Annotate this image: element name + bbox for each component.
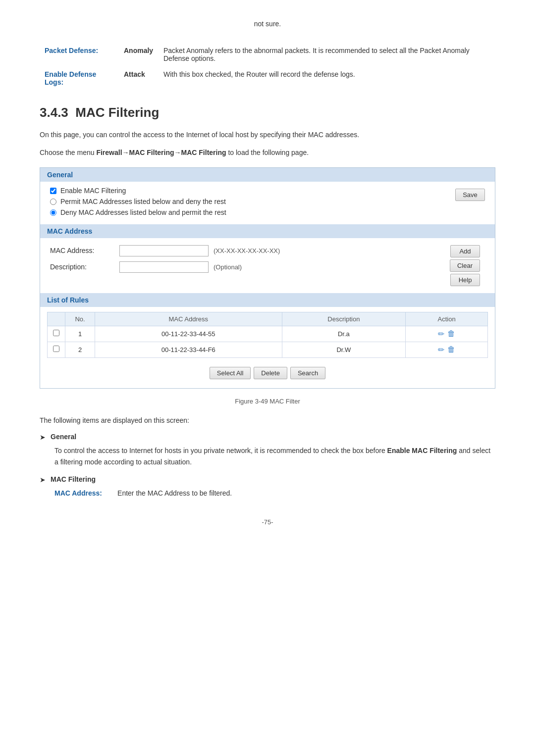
description-row: Description: (Optional) bbox=[50, 261, 450, 273]
row2-mac: 00-11-22-33-44-F6 bbox=[95, 342, 282, 357]
permit-radio-row: Permit MAC Addresses listed below and de… bbox=[50, 198, 455, 205]
bullet-arrow-mac: ➤ bbox=[40, 476, 46, 484]
help-button[interactable]: Help bbox=[450, 274, 480, 286]
mac-address-header: MAC Address bbox=[40, 224, 495, 238]
add-button[interactable]: Add bbox=[450, 245, 480, 257]
desc-packet-defense: Packet Anomaly refers to the abnormal pa… bbox=[159, 43, 495, 66]
row1-actions: ✏ 🗑 bbox=[411, 329, 482, 339]
mac-filter-widget: General Enable MAC Filtering Permit MAC … bbox=[40, 167, 495, 389]
table-row: 1 00-11-22-33-44-55 Dr.a ✏ 🗑 bbox=[48, 326, 488, 342]
table-row: 2 00-11-22-33-44-F6 Dr.W ✏ 🗑 bbox=[48, 342, 488, 357]
col-description: Description bbox=[282, 312, 406, 326]
deny-radio[interactable] bbox=[50, 209, 56, 216]
section-title: 3.4.3 MAC Filtering bbox=[40, 105, 495, 120]
search-button[interactable]: Search bbox=[290, 367, 325, 379]
mac-address-term: MAC Address: bbox=[54, 489, 102, 497]
mac-address-input[interactable] bbox=[119, 245, 209, 256]
bullet-arrow-general: ➤ bbox=[40, 433, 46, 441]
permit-label: Permit MAC Addresses listed below and de… bbox=[60, 198, 226, 205]
menu-instruction: Choose the menu Firewall→MAC Filtering→M… bbox=[40, 147, 495, 158]
row2-delete-icon[interactable]: 🗑 bbox=[447, 345, 455, 354]
mac-address-section: MAC Address: (XX-XX-XX-XX-XX-XX) Descrip… bbox=[40, 238, 495, 293]
info-table: Packet Defense: Anomaly Packet Anomaly r… bbox=[40, 43, 495, 90]
mac-address-label: MAC Address: bbox=[50, 247, 119, 254]
bullet-content-mac: MAC Address: Enter the MAC Address to be… bbox=[40, 488, 495, 499]
delete-button[interactable]: Delete bbox=[254, 367, 287, 379]
enable-mac-row: Enable MAC Filtering bbox=[50, 187, 455, 195]
list-of-rules-header: List of Rules bbox=[40, 293, 495, 307]
rules-table: No. MAC Address Description Action 1 00-… bbox=[47, 312, 488, 358]
col-action: Action bbox=[406, 312, 488, 326]
rules-buttons: Select All Delete Search bbox=[47, 363, 488, 383]
rules-section-body: No. MAC Address Description Action 1 00-… bbox=[40, 307, 495, 388]
general-options: Enable MAC Filtering Permit MAC Addresse… bbox=[40, 182, 495, 224]
keyword-attack: Attack bbox=[119, 66, 159, 90]
row2-actions: ✏ 🗑 bbox=[411, 345, 482, 354]
page-number: -75- bbox=[40, 518, 495, 526]
deny-label: Deny MAC Addresses listed below and perm… bbox=[60, 208, 226, 216]
bullet-title-mac: MAC Filtering bbox=[51, 475, 96, 483]
col-no: No. bbox=[65, 312, 95, 326]
bullet-content-general: To control the access to Internet for ho… bbox=[40, 445, 495, 467]
top-note: not sure. bbox=[40, 20, 495, 28]
figure-caption: Figure 3-49 MAC Filter bbox=[40, 398, 495, 405]
term-packet-defense: Packet Defense: bbox=[40, 43, 119, 66]
row1-desc: Dr.a bbox=[282, 326, 406, 342]
bullet-mac-filtering: ➤ MAC Filtering MAC Address: Enter the M… bbox=[40, 475, 495, 499]
desc-enable-defense: With this box checked, the Router will r… bbox=[159, 66, 495, 90]
clear-button[interactable]: Clear bbox=[450, 259, 480, 272]
permit-radio[interactable] bbox=[50, 199, 56, 205]
row2-edit-icon[interactable]: ✏ bbox=[438, 345, 444, 354]
row1-no: 1 bbox=[65, 326, 95, 342]
general-header: General bbox=[40, 168, 495, 182]
row1-edit-icon[interactable]: ✏ bbox=[438, 329, 444, 339]
enable-mac-label: Enable MAC Filtering bbox=[60, 187, 126, 195]
row2-checkbox[interactable] bbox=[53, 346, 59, 352]
description-hint: (Optional) bbox=[214, 263, 242, 271]
bullet-title-general: General bbox=[51, 433, 76, 441]
description-label: Description: bbox=[50, 263, 119, 271]
description-input[interactable] bbox=[119, 261, 209, 273]
mac-address-row: MAC Address: (XX-XX-XX-XX-XX-XX) bbox=[50, 245, 450, 256]
row1-delete-icon[interactable]: 🗑 bbox=[447, 329, 455, 338]
mac-address-hint: (XX-XX-XX-XX-XX-XX) bbox=[214, 247, 280, 254]
intro-text: On this page, you can control the access… bbox=[40, 129, 495, 140]
col-mac: MAC Address bbox=[95, 312, 282, 326]
mac-address-desc: Enter the MAC Address to be filtered. bbox=[117, 489, 232, 497]
term-enable-defense: Enable Defense Logs: bbox=[40, 66, 119, 90]
bullet-general: ➤ General To control the access to Inter… bbox=[40, 433, 495, 467]
row1-mac: 00-11-22-33-44-55 bbox=[95, 326, 282, 342]
deny-radio-row: Deny MAC Addresses listed below and perm… bbox=[50, 208, 455, 216]
row1-checkbox[interactable] bbox=[53, 330, 59, 336]
row2-no: 2 bbox=[65, 342, 95, 357]
sub-item-mac-address: MAC Address: Enter the MAC Address to be… bbox=[54, 488, 495, 499]
items-intro: The following items are displayed on thi… bbox=[40, 415, 495, 426]
select-all-button[interactable]: Select All bbox=[210, 367, 251, 379]
enable-mac-checkbox[interactable] bbox=[50, 188, 56, 194]
row2-desc: Dr.W bbox=[282, 342, 406, 357]
save-button[interactable]: Save bbox=[455, 189, 485, 201]
keyword-anomaly: Anomaly bbox=[119, 43, 159, 66]
col-checkbox bbox=[48, 312, 65, 326]
